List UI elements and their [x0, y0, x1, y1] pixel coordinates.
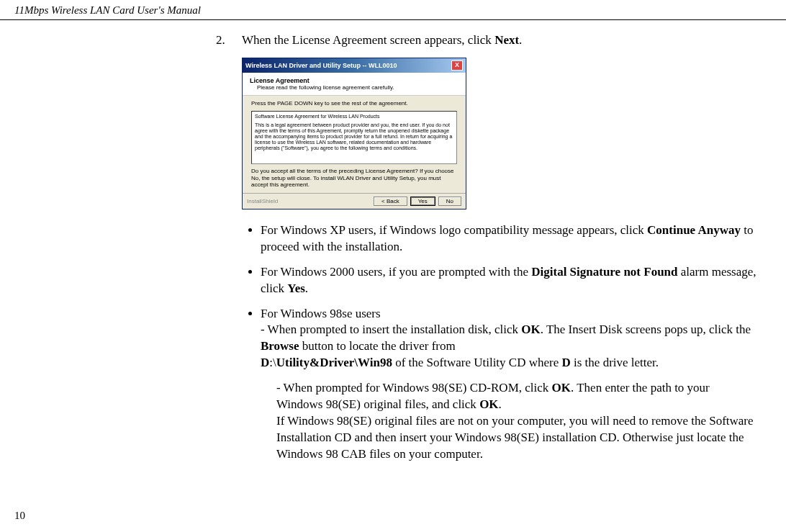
step-number: 2.	[216, 33, 239, 48]
button-row: < Back Yes No	[374, 197, 461, 206]
w98-l1d-b: D	[261, 356, 269, 369]
license-agreement-subtitle: Please read the following license agreem…	[250, 84, 458, 91]
manual-header: 11Mbps Wireless LAN Card User's Manual	[0, 0, 786, 20]
dialog-title: Wireless LAN Driver and Utility Setup --…	[245, 62, 397, 69]
w2k-pre: For Windows 2000 users, if you are promp…	[261, 265, 531, 279]
step-text-post: .	[519, 33, 522, 47]
page-content: 2. When the License Agreement screen app…	[0, 20, 786, 463]
xp-bold: Continue Anyway	[647, 223, 741, 237]
dialog-body: Press the PAGE DOWN key to see the rest …	[243, 96, 466, 191]
w98-l1c: button to locate the driver from	[299, 339, 456, 353]
w2k-bold: Digital Signature not Found	[531, 265, 677, 279]
bullet-xp: For Windows XP users, if Windows logo co…	[261, 222, 757, 256]
sub-b-b: OK	[479, 397, 498, 411]
step-text-bold: Next	[494, 33, 519, 47]
sub-d: If Windows 98(SE) original files are not…	[276, 414, 754, 461]
back-button[interactable]: < Back	[374, 197, 407, 206]
w98-intro: For Windows 98se users	[261, 307, 381, 320]
w98-l1d: :\	[269, 356, 276, 369]
close-icon[interactable]: X	[451, 60, 463, 71]
dialog-footer: InstallShield < Back Yes No	[243, 193, 466, 209]
w98-l1a: - When prompted to insert the installati…	[261, 323, 521, 336]
bullet-list: For Windows XP users, if Windows logo co…	[216, 222, 764, 372]
w98-l1b-b: Browse	[261, 339, 299, 353]
license-text-box[interactable]: Software License Agreement for Wireless …	[251, 111, 457, 164]
license-agreement-title: License Agreement	[250, 77, 458, 84]
bullet-w2k: For Windows 2000 users, if you are promp…	[261, 264, 757, 297]
bullet-w98: For Windows 98se users - When prompted t…	[261, 306, 757, 372]
license-dialog: Wireless LAN Driver and Utility Setup --…	[242, 58, 466, 209]
xp-pre: For Windows XP users, if Windows logo co…	[261, 223, 647, 237]
dialog-question: Do you accept all the terms of the prece…	[251, 164, 457, 190]
sub-a-b: OK	[552, 381, 571, 395]
license-box-heading: Software License Agreement for Wireless …	[255, 114, 453, 120]
w98-l1g-b: D	[562, 356, 571, 369]
yes-button[interactable]: Yes	[410, 197, 435, 206]
sub-paragraph: - When prompted for Windows 98(SE) CD-RO…	[216, 380, 764, 463]
step-text-pre: When the License Agreement screen appear…	[242, 33, 494, 47]
w98-l1f: of the Software Utility CD where	[392, 356, 562, 369]
w98-l1a-b: OK	[521, 323, 540, 336]
page-number: 10	[14, 510, 25, 522]
sub-c: .	[499, 397, 502, 411]
w98-l1b: . The Insert Disk screens pops up, click…	[541, 323, 751, 336]
no-button[interactable]: No	[438, 197, 461, 206]
step-2: 2. When the License Agreement screen app…	[216, 33, 764, 48]
dialog-titlebar: Wireless LAN Driver and Utility Setup --…	[243, 58, 466, 73]
w98-l1e-b: Utility&Driver\Win98	[276, 356, 392, 369]
dialog-header: License Agreement Please read the follow…	[243, 73, 466, 96]
w2k-post: .	[305, 281, 308, 295]
w2k-bold2: Yes	[287, 281, 305, 295]
sub-a: - When prompted for Windows 98(SE) CD-RO…	[276, 381, 552, 395]
w98-l1g: is the drive letter.	[571, 356, 659, 369]
dialog-instruction: Press the PAGE DOWN key to see the rest …	[251, 100, 457, 107]
license-box-body: This is a legal agreement between produc…	[255, 122, 453, 151]
installshield-label: InstallShield	[247, 198, 278, 204]
